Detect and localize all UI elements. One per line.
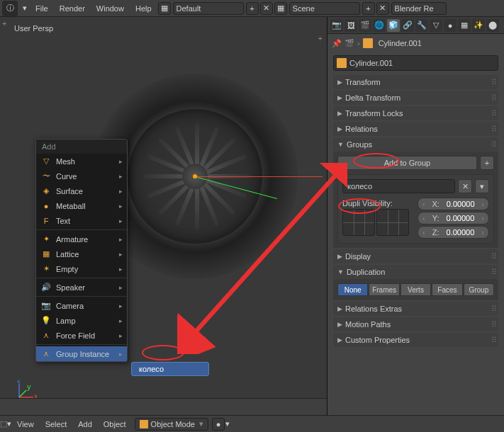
menu-item-label: Text (56, 217, 70, 225)
add-menu-item[interactable]: 📷Camera▸ (36, 298, 127, 313)
menu-help[interactable]: Help (130, 0, 157, 17)
menu-item-label: Lattice (56, 250, 79, 258)
add-menu-title: Add (36, 140, 127, 154)
menu-select[interactable]: Select (40, 420, 73, 428)
mode-selector[interactable]: Object Mode ▾ (135, 418, 208, 431)
add-menu-item[interactable]: ✶Empty▸ (36, 261, 127, 276)
menu-item-label: Speaker (56, 283, 85, 292)
add-menu-item[interactable]: 💡Lamp▸ (36, 313, 127, 328)
add-menu-item[interactable]: ⋏Force Field▸ (36, 328, 127, 343)
add-menu-item[interactable]: FText▸ (36, 213, 127, 228)
add-menu-item[interactable]: ✦Armature▸ (36, 232, 127, 246)
scene-browse-icon[interactable]: ▦ (274, 2, 287, 15)
panel-display[interactable]: ▶Display⠿ (333, 249, 498, 263)
properties-panel: 📷 🖼 🎬 🌐 🧊 🔗 🔧 ▽ ● ▦ ✨ ⬤ 📌 🎬 › Cylinder.0… (327, 17, 504, 415)
viewport-shading-icon[interactable]: ● (212, 418, 225, 431)
menu-item-icon: 〜 (40, 171, 52, 182)
editor-type-dropdown[interactable]: ▾ (20, 1, 30, 16)
add-menu-item[interactable]: ▦Lattice▸ (36, 246, 127, 261)
add-menu-item[interactable]: ●Metaball▸ (36, 198, 127, 213)
panel-transform[interactable]: ▶Transform⠿ (333, 75, 498, 89)
scene-link-icon[interactable]: 🎬 (345, 39, 354, 48)
menu-file[interactable]: File (30, 0, 54, 17)
menu-item-icon: ✶ (40, 263, 52, 275)
svg-text:y: y (27, 382, 31, 391)
region-toggle-icon[interactable]: + (318, 34, 323, 42)
tab-world-icon[interactable]: 🌐 (373, 19, 386, 32)
engine-field[interactable]: Blender Re (391, 2, 447, 15)
add-menu-item[interactable]: ◈Surface▸ (36, 183, 127, 198)
tab-texture-icon[interactable]: ▦ (458, 19, 471, 32)
tab-physics-icon[interactable]: ⬤ (486, 19, 499, 32)
menu-item-label: Surface (56, 187, 83, 195)
pin-icon[interactable]: 📌 (332, 39, 342, 48)
menu-item-label: Armature (56, 235, 88, 244)
duplication-option[interactable]: Verts (401, 283, 431, 296)
tab-modifiers-icon[interactable]: 🔧 (415, 19, 428, 32)
offset-field[interactable]: ‹Y:0.00000› (418, 212, 489, 224)
add-to-group-button[interactable]: Add to Group (337, 156, 477, 170)
layer-grid-left[interactable] (342, 209, 375, 236)
datablock-breadcrumb: 📌 🎬 › Cylinder.001 (327, 34, 504, 52)
object-name-field[interactable]: Cylinder.001 (333, 55, 498, 71)
scene-field[interactable]: Scene (289, 2, 360, 15)
duplication-option[interactable]: Group (464, 283, 494, 296)
menu-item-icon: ● (40, 200, 52, 212)
tab-particles-icon[interactable]: ✨ (472, 19, 485, 32)
menu-add[interactable]: Add (72, 420, 98, 428)
3d-viewport[interactable]: + User Persp + Add ▽Mesh▸〜Curve▸◈Surface… (0, 17, 327, 415)
group-instance-submenu-item[interactable]: колесо (131, 362, 209, 376)
menu-item-icon: F (40, 215, 52, 227)
layer-grid-right[interactable] (376, 209, 409, 236)
region-toggle-icon[interactable]: + (2, 19, 6, 28)
add-menu-item[interactable]: 〜Curve▸ (36, 169, 127, 183)
delete-layout-icon[interactable]: ✕ (260, 2, 273, 15)
panel-relations-extras[interactable]: ▶Relations Extras⠿ (333, 302, 498, 316)
panel-transform-locks[interactable]: ▶Transform Locks⠿ (333, 106, 498, 120)
menu-view[interactable]: View (11, 420, 40, 428)
duplication-option[interactable]: None (337, 283, 368, 296)
tab-constraints-icon[interactable]: 🔗 (401, 19, 414, 32)
offset-field[interactable]: ‹Z:0.00000› (418, 226, 489, 239)
editor-type-icon[interactable]: ⬚ (0, 419, 7, 428)
shading-dropdown[interactable]: ▾ (225, 419, 230, 428)
add-menu-item[interactable]: 🔊Speaker▸ (36, 280, 127, 295)
tab-material-icon[interactable]: ● (444, 19, 457, 32)
tab-object-icon[interactable]: 🧊 (387, 19, 400, 32)
tab-layers-icon[interactable]: 🖼 (345, 19, 357, 32)
duplication-option[interactable]: Faces (432, 283, 462, 296)
add-menu-item[interactable]: ⋏Group Instance▸ (36, 346, 127, 361)
add-layout-icon[interactable]: + (246, 2, 259, 15)
group-name-input[interactable]: колесо (342, 179, 455, 193)
menu-item-icon: 📷 (40, 300, 52, 312)
panel-groups[interactable]: ▼Groups⠿ (333, 137, 498, 152)
menu-render[interactable]: Render (54, 0, 91, 17)
offset-field[interactable]: ‹X:0.00000› (418, 198, 489, 210)
add-group-plus-button[interactable]: + (480, 156, 494, 170)
breadcrumb-object[interactable]: Cylinder.001 (379, 39, 422, 47)
remove-group-button[interactable]: ✕ (458, 179, 472, 193)
panel-relations[interactable]: ▶Relations⠿ (333, 122, 498, 136)
screen-layout-field[interactable]: Default (173, 2, 244, 15)
panel-delta-transform[interactable]: ▶Delta Transform⠿ (333, 91, 498, 105)
menu-item-label: Empty (56, 265, 78, 273)
tab-scene-icon[interactable]: 🎬 (359, 19, 371, 32)
panel-custom-properties[interactable]: ▶Custom Properties⠿ (333, 333, 498, 347)
group-specials-button[interactable]: ▾ (475, 179, 489, 193)
x-axis-line (195, 176, 323, 177)
duplication-option[interactable]: Frames (369, 283, 399, 296)
tab-data-icon[interactable]: ▽ (430, 19, 442, 32)
panel-motion-paths[interactable]: ▶Motion Paths⠿ (333, 317, 498, 331)
info-icon[interactable]: ⓘ (2, 1, 18, 16)
delete-scene-icon[interactable]: ✕ (376, 2, 389, 15)
menu-item-label: Camera (56, 302, 84, 310)
menu-window[interactable]: Window (91, 0, 130, 17)
add-menu-item[interactable]: ▽Mesh▸ (36, 154, 127, 169)
add-scene-icon[interactable]: + (362, 2, 375, 15)
tab-render-icon[interactable]: 📷 (330, 19, 343, 32)
panel-duplication[interactable]: ▼Duplication⠿ (333, 265, 498, 279)
menu-object[interactable]: Object (98, 420, 132, 428)
object-icon (337, 58, 347, 68)
screen-browse-icon[interactable]: ▦ (158, 2, 171, 15)
menu-item-label: Metaball (56, 202, 86, 210)
